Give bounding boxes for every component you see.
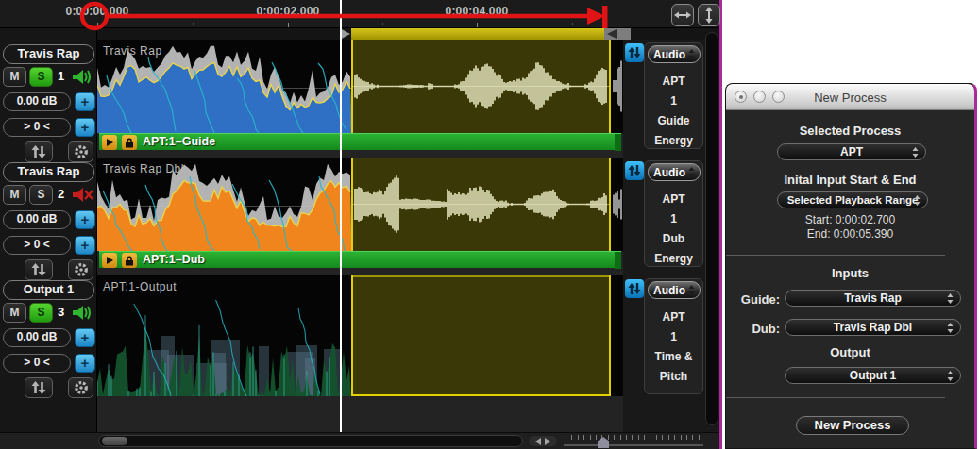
process-panel-output: Audio APT1 Time &Pitch [644, 278, 703, 394]
gain-plus-button[interactable]: + [75, 328, 95, 347]
solo-button[interactable]: S [29, 185, 53, 205]
process-dropdown[interactable]: APT [777, 143, 926, 160]
clip-label: APT:1–Dub [143, 253, 205, 266]
solo-button[interactable]: S [29, 67, 53, 87]
play-icon[interactable] [102, 253, 117, 268]
track-name-button[interactable]: Output 1 [3, 280, 94, 300]
lock-icon[interactable] [122, 135, 137, 150]
track-name-button[interactable]: Travis Rap [3, 44, 94, 64]
gain-button[interactable]: 0.00 dB [3, 328, 71, 347]
pan-button[interactable]: > 0 < [3, 354, 71, 373]
solo-button[interactable]: S [29, 303, 53, 323]
zoom-slider[interactable] [564, 434, 703, 449]
timeline-ruler[interactable]: 0:00:00.000 0:00:02.000 0:00:04.000 [0, 0, 719, 28]
mute-button[interactable]: M [3, 67, 26, 87]
dialog-titlebar[interactable]: New Process [726, 84, 974, 110]
track-lane-1[interactable]: Travis Rap [97, 40, 623, 133]
signal-type-value: Audio [653, 284, 685, 297]
range-dropdown[interactable]: Selected Playback Range [777, 191, 928, 208]
gain-plus-button[interactable]: + [75, 92, 95, 111]
zoom-tick [571, 435, 572, 440]
gain-plus-button[interactable]: + [75, 210, 95, 229]
waveform-guide [97, 40, 623, 133]
horizontal-scrollbar[interactable] [98, 435, 523, 447]
scrollbar-thumb[interactable] [102, 437, 127, 445]
range-end-arrow-icon [607, 29, 617, 39]
ruler-label-0: 0:00:00.000 [66, 5, 129, 18]
ruler-label-1: 0:00:02.000 [257, 5, 320, 18]
signal-type-dropdown[interactable]: Audio [648, 281, 701, 299]
track-name-button[interactable]: Travis Rap [3, 162, 94, 182]
zoom-tick [638, 435, 639, 440]
lane-label: APT:1-Output [103, 280, 177, 293]
track-number: 1 [58, 69, 64, 83]
guide-dropdown[interactable]: Travis Rap [785, 290, 961, 307]
speaker-icon[interactable] [71, 303, 95, 326]
reorder-button[interactable] [25, 259, 53, 280]
gear-icon [74, 144, 89, 159]
mute-button[interactable]: M [3, 185, 26, 205]
reorder-button[interactable] [25, 377, 53, 398]
ruler-tick [572, 23, 573, 25]
clip-bar-guide[interactable]: APT:1–Guide [99, 133, 621, 150]
initial-input-heading: Inital Input Start & End [726, 173, 974, 187]
playhead[interactable] [340, 0, 342, 432]
settings-button[interactable] [68, 141, 93, 162]
divider [726, 255, 945, 256]
settings-button[interactable] [68, 259, 93, 280]
range-end: End: 0:00:05.390 [726, 227, 974, 241]
signal-type-dropdown[interactable]: Audio [648, 45, 701, 63]
signal-route-icon[interactable] [625, 43, 644, 62]
waveform-output [97, 275, 623, 396]
guide-value: Travis Rap [844, 291, 902, 305]
signal-route-icon[interactable] [625, 161, 644, 180]
zoom-tick [644, 435, 645, 440]
dub-dropdown[interactable]: Travis Rap Dbl [785, 319, 961, 336]
gain-button[interactable]: 0.00 dB [3, 92, 71, 111]
vertical-scrollbar[interactable] [705, 32, 718, 425]
signal-route-icon[interactable] [625, 279, 644, 298]
vertical-arrow-icon [702, 7, 716, 24]
speaker-icon[interactable] [71, 67, 95, 91]
lane-label: Travis Rap [103, 44, 162, 58]
zoom-tick [583, 435, 584, 440]
signal-type-dropdown[interactable]: Audio [648, 163, 701, 181]
process-panel-guide: Audio APT1 GuideEnergy [644, 42, 703, 149]
clip-end-cap [615, 252, 621, 269]
dialog-title: New Process [726, 91, 974, 105]
horizontal-zoom-button[interactable] [671, 4, 694, 26]
vertical-zoom-button[interactable] [698, 4, 720, 26]
pan-plus-button[interactable]: + [75, 118, 95, 137]
divider [726, 397, 945, 398]
reorder-button[interactable] [25, 141, 53, 162]
up-down-arrows-icon [947, 323, 954, 333]
zoom-tick [686, 435, 687, 440]
muted-speaker-icon[interactable] [71, 185, 95, 208]
pan-plus-button[interactable]: + [75, 354, 95, 373]
track-lane-2[interactable]: Travis Rap Dbl [97, 158, 623, 251]
new-process-button[interactable]: New Process [796, 416, 909, 435]
zoom-tick [674, 435, 675, 440]
ruler-tick [477, 23, 478, 27]
play-icon[interactable] [102, 135, 117, 150]
pan-plus-button[interactable]: + [75, 236, 95, 255]
pan-button[interactable]: > 0 < [3, 118, 71, 137]
process-value: APT [840, 145, 863, 158]
signal-type-value: Audio [653, 48, 685, 61]
track-lane-3[interactable]: APT:1-Output [97, 275, 623, 396]
signal-type-value: Audio [653, 166, 685, 179]
output-dropdown[interactable]: Output 1 [785, 367, 961, 384]
mute-button[interactable]: M [3, 303, 26, 323]
zoom-slider-groove [564, 444, 703, 446]
pan-button[interactable]: > 0 < [3, 236, 71, 255]
zoom-tick [668, 435, 669, 440]
output-value: Output 1 [850, 369, 896, 382]
clip-bar-dub[interactable]: APT:1–Dub [99, 251, 621, 268]
ruler-tick [382, 23, 383, 25]
scroll-arrow-buttons[interactable] [529, 436, 557, 446]
settings-button[interactable] [68, 377, 93, 398]
gain-button[interactable]: 0.00 dB [3, 210, 71, 229]
clip-end-cap [615, 134, 621, 151]
lock-icon[interactable] [122, 253, 137, 268]
zoom-tick [651, 435, 651, 440]
